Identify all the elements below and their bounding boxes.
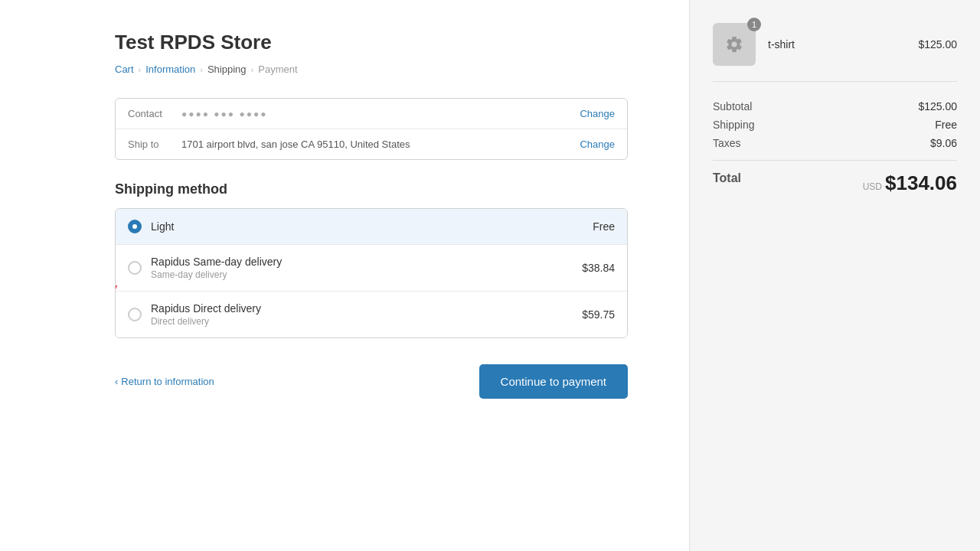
option-same-day-name: Rapidus Same-day delivery	[151, 256, 582, 268]
option-direct-name: Rapidus Direct delivery	[151, 302, 582, 315]
shipping-value: Free	[935, 119, 957, 131]
shipping-label: Shipping	[713, 119, 755, 131]
option-same-day-price: $38.84	[582, 262, 615, 274]
breadcrumb-cart[interactable]: Cart	[115, 64, 134, 75]
breadcrumb-sep-2: ›	[200, 65, 203, 74]
shipping-option-direct[interactable]: Rapidus Direct delivery Direct delivery …	[116, 291, 627, 337]
ship-to-label: Ship to	[128, 139, 181, 150]
contact-value: ●●●● ●●● ●●●●	[181, 109, 580, 119]
breadcrumb: Cart › Information › Shipping › Payment	[115, 64, 628, 75]
breadcrumb-sep-3: ›	[251, 65, 254, 74]
breadcrumb-sep-1: ›	[139, 65, 142, 74]
return-to-information-link[interactable]: ‹ Return to information	[115, 376, 214, 387]
total-currency: USD	[863, 181, 882, 192]
option-direct-subtitle: Direct delivery	[151, 316, 582, 327]
product-price: $125.00	[918, 38, 957, 51]
cart-item: 1 t-shirt $125.00	[713, 23, 957, 82]
shipping-row: Shipping Free	[713, 119, 957, 131]
shipping-method-title: Shipping method	[115, 181, 628, 197]
option-same-day-subtitle: Same-day delivery	[151, 269, 582, 280]
total-price: $134.06	[885, 171, 957, 195]
breadcrumb-payment: Payment	[258, 64, 297, 75]
shipping-option-same-day[interactable]: Rapidus Same-day delivery Same-day deliv…	[116, 244, 627, 291]
ship-to-change[interactable]: Change	[580, 139, 615, 150]
contact-label: Contact	[128, 108, 181, 119]
total-amount: USD $134.06	[863, 171, 957, 195]
option-light-name: Light	[151, 220, 593, 233]
shipping-option-light[interactable]: Light Free	[116, 209, 627, 244]
order-summary: Subtotal $125.00 Shipping Free Taxes $9.…	[713, 100, 957, 201]
radio-direct	[128, 308, 142, 321]
subtotal-label: Subtotal	[713, 100, 752, 112]
ship-to-address: 1701 airport blvd, san jose CA 95110, Un…	[181, 139, 580, 150]
continue-to-payment-button[interactable]: Continue to payment	[479, 364, 628, 399]
product-name: t-shirt	[768, 38, 906, 51]
taxes-label: Taxes	[713, 137, 741, 149]
contact-row: Contact ●●●● ●●● ●●●● Change	[116, 99, 627, 129]
ship-to-row: Ship to 1701 airport blvd, san jose CA 9…	[116, 129, 627, 159]
breadcrumb-information[interactable]: Information	[145, 64, 195, 75]
total-row: Total USD $134.06	[713, 160, 957, 195]
subtotal-value: $125.00	[918, 100, 957, 112]
taxes-row: Taxes $9.06	[713, 137, 957, 149]
total-label: Total	[713, 171, 741, 195]
cart-badge: 1	[747, 18, 761, 31]
option-light-price: Free	[593, 220, 615, 233]
camera-icon	[725, 35, 743, 54]
return-link-label: Return to information	[121, 376, 214, 387]
contact-change[interactable]: Change	[580, 108, 615, 119]
actions-bar: ‹ Return to information Continue to paym…	[115, 364, 628, 399]
store-title: Test RPDS Store	[115, 31, 628, 54]
option-direct-price: $59.75	[582, 308, 615, 321]
left-panel: Test RPDS Store Cart › Information › Shi…	[0, 0, 689, 551]
product-thumbnail: 1	[713, 23, 756, 66]
breadcrumb-shipping: Shipping	[207, 64, 247, 75]
radio-light	[128, 220, 142, 233]
chevron-left-icon: ‹	[115, 376, 118, 387]
taxes-value: $9.06	[930, 137, 957, 149]
contact-info-box: Contact ●●●● ●●● ●●●● Change Ship to 170…	[115, 98, 628, 160]
shipping-options: Light Free Rapidus Same-day delivery Sam…	[115, 208, 628, 338]
right-panel: 1 t-shirt $125.00 Subtotal $125.00 Shipp…	[689, 0, 980, 551]
subtotal-row: Subtotal $125.00	[713, 100, 957, 112]
radio-same-day	[128, 261, 142, 275]
